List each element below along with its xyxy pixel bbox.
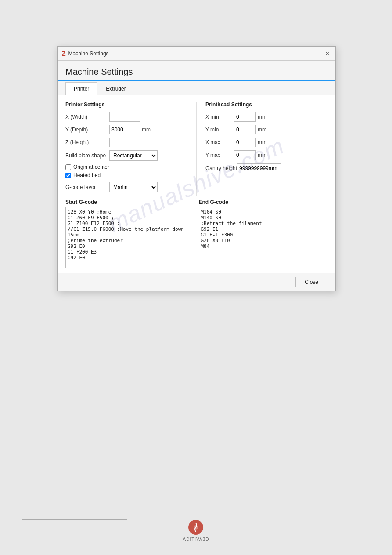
x-min-unit: mm <box>258 114 266 120</box>
start-gcode-textarea[interactable]: G28 X0 Y0 ;Home G1 Z60 E9 F500 ; G1 Z100… <box>65 207 194 268</box>
y-min-row: Y min mm <box>205 125 327 134</box>
tabs-bar: Printer Extruder <box>58 82 335 95</box>
x-width-row: X (Width) <box>65 112 187 122</box>
x-max-input[interactable] <box>234 138 256 147</box>
x-width-label: X (Width) <box>65 114 109 120</box>
x-width-input[interactable] <box>109 112 140 122</box>
bottom-logo: ADITIVA3D <box>183 519 209 542</box>
start-gcode-col: Start G-code G28 X0 Y0 ;Home G1 Z60 E9 F… <box>65 199 194 268</box>
gcode-section: Start G-code G28 X0 Y0 ;Home G1 Z60 E9 F… <box>65 199 327 268</box>
printer-section-title: Printer Settings <box>65 102 187 108</box>
y-depth-input[interactable] <box>109 125 140 134</box>
logo-text: ADITIVA3D <box>183 537 209 542</box>
y-max-unit: mm <box>258 152 266 158</box>
bottom-divider <box>22 519 127 520</box>
x-min-row: X min mm <box>205 112 327 122</box>
y-min-input[interactable] <box>234 125 256 134</box>
z-height-label: Z (Height) <box>65 139 109 145</box>
end-gcode-label: End G-code <box>199 199 328 205</box>
y-depth-unit: mm <box>142 127 151 133</box>
x-min-label: X min <box>205 114 234 120</box>
y-depth-row: Y (Depth) mm <box>65 125 187 134</box>
dialog-title: Machine Settings <box>68 51 109 57</box>
y-max-row: Y max mm <box>205 150 327 160</box>
x-max-unit: mm <box>258 139 266 145</box>
end-gcode-col: End G-code M104 S0 M140 S0 ;Retract the … <box>199 199 328 268</box>
y-max-label: Y max <box>205 152 234 158</box>
x-max-label: X max <box>205 139 234 145</box>
build-plate-select[interactable]: Rectangular Elliptic <box>109 150 158 161</box>
tab-extruder[interactable]: Extruder <box>97 82 134 95</box>
origin-at-center-row: Origin at center <box>65 164 187 170</box>
end-gcode-textarea[interactable]: M104 S0 M140 S0 ;Retract the filament G9… <box>199 207 328 268</box>
printer-settings-col: Printer Settings X (Width) Y (Depth) mm … <box>65 102 197 196</box>
two-col-layout: Printer Settings X (Width) Y (Depth) mm … <box>65 102 327 196</box>
origin-at-center-label: Origin at center <box>73 164 109 170</box>
printhead-settings-col: Printhead Settings X min mm Y min mm X m… <box>197 102 327 196</box>
gcode-favor-label: G-code favor <box>65 184 109 190</box>
app-icon: Z <box>62 50 66 57</box>
gantry-height-row: Gantry height <box>205 163 327 173</box>
logo-icon <box>188 519 204 535</box>
start-gcode-label: Start G-code <box>65 199 194 205</box>
build-plate-row: Build plate shape Rectangular Elliptic <box>65 150 187 161</box>
build-plate-label: Build plate shape <box>65 152 109 159</box>
x-min-input[interactable] <box>234 112 256 122</box>
y-min-unit: mm <box>258 127 266 133</box>
origin-at-center-checkbox[interactable] <box>65 164 71 170</box>
y-max-input[interactable] <box>234 150 256 160</box>
dialog-footer: Close <box>58 273 335 291</box>
x-max-row: X max mm <box>205 138 327 147</box>
gcode-favor-row: G-code favor Marlin RepRap Ultigcode <box>65 182 187 192</box>
y-min-label: Y min <box>205 127 234 133</box>
tab-printer[interactable]: Printer <box>65 82 97 95</box>
z-height-input[interactable] <box>109 138 140 147</box>
heated-bed-checkbox[interactable] <box>65 173 71 178</box>
z-height-row: Z (Height) <box>65 138 187 147</box>
gantry-height-label: Gantry height <box>205 165 237 171</box>
heated-bed-row: Heated bed <box>65 172 187 178</box>
gcode-favor-select[interactable]: Marlin RepRap Ultigcode <box>109 182 158 192</box>
dialog-content: Printer Settings X (Width) Y (Depth) mm … <box>58 95 335 273</box>
dialog-heading: Machine Settings <box>58 61 335 81</box>
dialog-titlebar: Z Machine Settings × <box>58 47 335 61</box>
printhead-section-title: Printhead Settings <box>205 102 327 108</box>
heated-bed-label: Heated bed <box>73 172 101 178</box>
svg-point-1 <box>194 525 198 530</box>
machine-settings-dialog: Z Machine Settings × Machine Settings Pr… <box>57 46 336 291</box>
y-depth-label: Y (Depth) <box>65 127 109 133</box>
titlebar-left: Z Machine Settings <box>62 50 109 57</box>
close-button[interactable]: Close <box>295 277 327 287</box>
dialog-close-button[interactable]: × <box>324 51 331 57</box>
gantry-height-input[interactable] <box>237 163 281 173</box>
